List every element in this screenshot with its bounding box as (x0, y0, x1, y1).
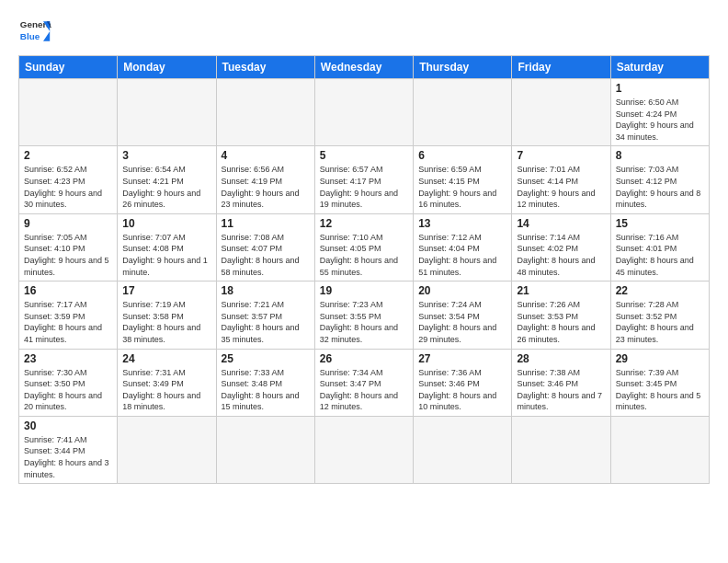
day-number: 18 (222, 284, 310, 297)
day-number: 16 (24, 284, 112, 297)
week-row-1: 1Sunrise: 6:50 AM Sunset: 4:24 PM Daylig… (19, 79, 710, 146)
calendar-cell (512, 79, 610, 146)
calendar-cell: 11Sunrise: 7:08 AM Sunset: 4:07 PM Dayli… (216, 213, 314, 281)
day-info: Sunrise: 7:03 AM Sunset: 4:12 PM Dayligh… (616, 164, 704, 210)
day-number: 22 (616, 284, 704, 297)
calendar-cell (314, 79, 413, 146)
calendar-cell (19, 79, 118, 146)
day-number: 26 (320, 352, 408, 365)
header: General Blue (18, 15, 710, 48)
calendar-cell: 18Sunrise: 7:21 AM Sunset: 3:57 PM Dayli… (216, 282, 314, 349)
day-info: Sunrise: 7:39 AM Sunset: 3:45 PM Dayligh… (616, 367, 704, 413)
calendar-cell: 1Sunrise: 6:50 AM Sunset: 4:24 PM Daylig… (610, 79, 709, 146)
day-number: 15 (616, 217, 704, 230)
day-number: 8 (616, 149, 704, 162)
logo: General Blue (18, 15, 51, 48)
day-number: 27 (418, 352, 506, 365)
calendar-cell: 29Sunrise: 7:39 AM Sunset: 3:45 PM Dayli… (610, 349, 709, 416)
weekday-friday: Friday (512, 56, 610, 79)
day-info: Sunrise: 6:57 AM Sunset: 4:17 PM Dayligh… (320, 164, 408, 210)
calendar-cell (118, 416, 216, 483)
day-info: Sunrise: 7:36 AM Sunset: 3:46 PM Dayligh… (418, 367, 506, 413)
calendar-cell: 2Sunrise: 6:52 AM Sunset: 4:23 PM Daylig… (19, 146, 118, 213)
day-info: Sunrise: 7:34 AM Sunset: 3:47 PM Dayligh… (320, 367, 408, 413)
day-number: 29 (616, 352, 704, 365)
day-info: Sunrise: 6:59 AM Sunset: 4:15 PM Dayligh… (418, 164, 506, 210)
day-info: Sunrise: 7:01 AM Sunset: 4:14 PM Dayligh… (517, 164, 605, 210)
weekday-sunday: Sunday (19, 56, 118, 79)
calendar-cell: 27Sunrise: 7:36 AM Sunset: 3:46 PM Dayli… (414, 349, 512, 416)
calendar-page: General Blue SundayMondayTuesdayWednesda… (0, 0, 728, 493)
day-info: Sunrise: 7:24 AM Sunset: 3:54 PM Dayligh… (418, 299, 506, 345)
svg-text:Blue: Blue (20, 31, 40, 41)
day-number: 13 (418, 217, 506, 230)
calendar-cell: 15Sunrise: 7:16 AM Sunset: 4:01 PM Dayli… (610, 213, 709, 281)
calendar-cell: 6Sunrise: 6:59 AM Sunset: 4:15 PM Daylig… (414, 146, 512, 213)
calendar-cell (118, 79, 216, 146)
day-info: Sunrise: 7:08 AM Sunset: 4:07 PM Dayligh… (222, 232, 310, 278)
day-info: Sunrise: 7:12 AM Sunset: 4:04 PM Dayligh… (418, 232, 506, 278)
day-info: Sunrise: 7:28 AM Sunset: 3:52 PM Dayligh… (616, 299, 704, 345)
day-info: Sunrise: 7:07 AM Sunset: 4:08 PM Dayligh… (122, 232, 210, 278)
calendar-cell: 30Sunrise: 7:41 AM Sunset: 3:44 PM Dayli… (19, 416, 118, 483)
calendar-cell: 12Sunrise: 7:10 AM Sunset: 4:05 PM Dayli… (314, 213, 413, 281)
weekday-saturday: Saturday (610, 56, 709, 79)
day-number: 12 (320, 217, 408, 230)
day-info: Sunrise: 7:10 AM Sunset: 4:05 PM Dayligh… (320, 232, 408, 278)
day-number: 4 (222, 149, 310, 162)
weekday-tuesday: Tuesday (216, 56, 314, 79)
calendar-cell: 21Sunrise: 7:26 AM Sunset: 3:53 PM Dayli… (512, 282, 610, 349)
calendar-cell (610, 416, 709, 483)
weekday-wednesday: Wednesday (314, 56, 413, 79)
week-row-3: 9Sunrise: 7:05 AM Sunset: 4:10 PM Daylig… (19, 213, 710, 281)
logo-icon: General Blue (18, 15, 51, 48)
calendar-cell: 16Sunrise: 7:17 AM Sunset: 3:59 PM Dayli… (19, 282, 118, 349)
day-number: 21 (517, 284, 605, 297)
day-info: Sunrise: 7:05 AM Sunset: 4:10 PM Dayligh… (24, 232, 112, 278)
calendar-cell: 9Sunrise: 7:05 AM Sunset: 4:10 PM Daylig… (19, 213, 118, 281)
calendar-cell (216, 79, 314, 146)
calendar-cell (512, 416, 610, 483)
calendar-cell: 5Sunrise: 6:57 AM Sunset: 4:17 PM Daylig… (314, 146, 413, 213)
calendar-cell: 24Sunrise: 7:31 AM Sunset: 3:49 PM Dayli… (118, 349, 216, 416)
calendar-cell: 28Sunrise: 7:38 AM Sunset: 3:46 PM Dayli… (512, 349, 610, 416)
day-number: 10 (122, 217, 210, 230)
week-row-5: 23Sunrise: 7:30 AM Sunset: 3:50 PM Dayli… (19, 349, 710, 416)
calendar-cell (414, 79, 512, 146)
calendar-cell (216, 416, 314, 483)
day-number: 2 (24, 149, 112, 162)
day-number: 25 (222, 352, 310, 365)
day-info: Sunrise: 7:30 AM Sunset: 3:50 PM Dayligh… (24, 367, 112, 413)
day-info: Sunrise: 7:38 AM Sunset: 3:46 PM Dayligh… (517, 367, 605, 413)
day-number: 1 (616, 82, 704, 95)
day-info: Sunrise: 7:16 AM Sunset: 4:01 PM Dayligh… (616, 232, 704, 278)
day-info: Sunrise: 7:31 AM Sunset: 3:49 PM Dayligh… (122, 367, 210, 413)
calendar-cell: 3Sunrise: 6:54 AM Sunset: 4:21 PM Daylig… (118, 146, 216, 213)
calendar-cell: 25Sunrise: 7:33 AM Sunset: 3:48 PM Dayli… (216, 349, 314, 416)
calendar-cell: 7Sunrise: 7:01 AM Sunset: 4:14 PM Daylig… (512, 146, 610, 213)
day-info: Sunrise: 7:14 AM Sunset: 4:02 PM Dayligh… (517, 232, 605, 278)
day-info: Sunrise: 7:33 AM Sunset: 3:48 PM Dayligh… (222, 367, 310, 413)
calendar-cell: 19Sunrise: 7:23 AM Sunset: 3:55 PM Dayli… (314, 282, 413, 349)
calendar-cell: 14Sunrise: 7:14 AM Sunset: 4:02 PM Dayli… (512, 213, 610, 281)
day-number: 7 (517, 149, 605, 162)
day-info: Sunrise: 7:23 AM Sunset: 3:55 PM Dayligh… (320, 299, 408, 345)
day-info: Sunrise: 7:26 AM Sunset: 3:53 PM Dayligh… (517, 299, 605, 345)
day-info: Sunrise: 7:17 AM Sunset: 3:59 PM Dayligh… (24, 299, 112, 345)
day-number: 24 (122, 352, 210, 365)
day-number: 19 (320, 284, 408, 297)
day-number: 17 (122, 284, 210, 297)
calendar-table: SundayMondayTuesdayWednesdayThursdayFrid… (18, 55, 710, 484)
calendar-cell: 10Sunrise: 7:07 AM Sunset: 4:08 PM Dayli… (118, 213, 216, 281)
calendar-cell: 17Sunrise: 7:19 AM Sunset: 3:58 PM Dayli… (118, 282, 216, 349)
calendar-cell (414, 416, 512, 483)
day-info: Sunrise: 6:56 AM Sunset: 4:19 PM Dayligh… (222, 164, 310, 210)
day-info: Sunrise: 6:54 AM Sunset: 4:21 PM Dayligh… (122, 164, 210, 210)
day-number: 6 (418, 149, 506, 162)
calendar-cell: 22Sunrise: 7:28 AM Sunset: 3:52 PM Dayli… (610, 282, 709, 349)
calendar-cell: 8Sunrise: 7:03 AM Sunset: 4:12 PM Daylig… (610, 146, 709, 213)
day-info: Sunrise: 7:19 AM Sunset: 3:58 PM Dayligh… (122, 299, 210, 345)
day-info: Sunrise: 7:21 AM Sunset: 3:57 PM Dayligh… (222, 299, 310, 345)
weekday-monday: Monday (118, 56, 216, 79)
day-number: 9 (24, 217, 112, 230)
